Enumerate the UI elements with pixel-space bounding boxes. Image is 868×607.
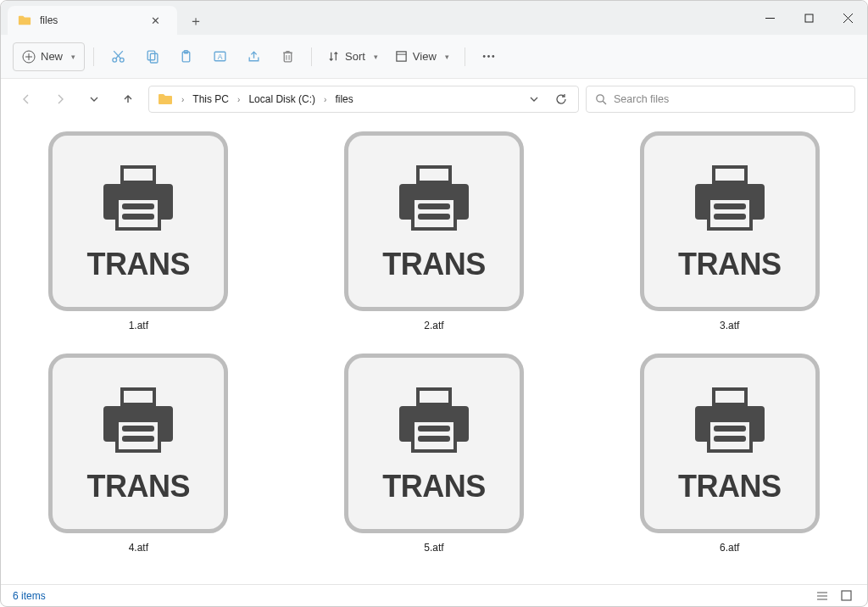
breadcrumb-item[interactable]: This PC xyxy=(189,90,232,109)
file-thumbnail: TRANS xyxy=(48,354,228,533)
file-item[interactable]: TRANS 4.atf xyxy=(48,354,228,554)
tab-close-button[interactable]: ✕ xyxy=(146,13,165,29)
paste-button[interactable] xyxy=(170,42,201,71)
delete-button[interactable] xyxy=(272,42,303,71)
svg-rect-45 xyxy=(715,169,744,181)
svg-rect-71 xyxy=(714,436,746,442)
file-thumbnail: TRANS xyxy=(640,131,820,311)
svg-rect-31 xyxy=(124,169,153,181)
search-box[interactable] xyxy=(586,86,855,113)
up-button[interactable] xyxy=(114,86,142,113)
file-name-label: 2.atf xyxy=(424,320,443,331)
file-icon-label: TRANS xyxy=(382,469,486,504)
file-icon-label: TRANS xyxy=(382,247,486,282)
sort-button[interactable]: Sort ▾ xyxy=(320,42,385,71)
svg-rect-23 xyxy=(397,52,406,61)
svg-rect-18 xyxy=(284,53,292,62)
file-name-label: 1.atf xyxy=(129,320,148,331)
view-label: View xyxy=(413,50,437,63)
file-thumbnail: TRANS xyxy=(48,131,228,311)
file-icon-label: TRANS xyxy=(87,469,191,504)
svg-text:A: A xyxy=(217,53,222,61)
svg-rect-38 xyxy=(420,169,448,181)
tab[interactable]: files ✕ xyxy=(8,6,177,35)
breadcrumb-item[interactable]: Local Disk (C:) xyxy=(245,90,319,109)
back-button[interactable] xyxy=(13,86,40,113)
file-thumbnail: TRANS xyxy=(344,131,524,311)
minimize-button[interactable] xyxy=(750,4,789,31)
search-icon xyxy=(595,93,607,105)
svg-rect-63 xyxy=(418,426,450,432)
svg-rect-50 xyxy=(714,214,746,220)
maximize-button[interactable] xyxy=(789,4,828,31)
svg-rect-59 xyxy=(420,391,448,403)
file-thumbnail: TRANS xyxy=(344,354,524,533)
refresh-button[interactable] xyxy=(549,87,573,111)
view-button[interactable]: View ▾ xyxy=(388,42,456,71)
files-grid: TRANS 1.atf TRANS 2.atf TRANS 3.atf xyxy=(16,131,852,554)
recent-locations-button[interactable] xyxy=(81,86,108,113)
tab-title: files xyxy=(40,14,137,26)
new-button[interactable]: New ▾ xyxy=(13,42,85,71)
svg-rect-66 xyxy=(715,391,744,403)
svg-rect-70 xyxy=(714,426,746,432)
toolbar-separator xyxy=(311,47,312,66)
address-dropdown-button[interactable] xyxy=(522,87,546,111)
details-view-button[interactable] xyxy=(813,588,832,604)
chevron-right-icon: › xyxy=(322,95,328,104)
svg-rect-64 xyxy=(418,436,450,442)
new-button-label: New xyxy=(41,50,63,63)
folder-icon xyxy=(158,92,173,106)
share-button[interactable] xyxy=(238,42,269,71)
chevron-right-icon: › xyxy=(236,95,242,104)
file-name-label: 3.atf xyxy=(720,320,739,331)
svg-rect-52 xyxy=(124,391,153,403)
svg-point-25 xyxy=(483,55,486,58)
svg-rect-1 xyxy=(805,14,813,22)
rename-button[interactable]: A xyxy=(204,42,235,71)
breadcrumb-item[interactable]: files xyxy=(331,90,356,109)
toolbar: New ▾ A Sort ▾ View ▾ xyxy=(1,35,867,79)
svg-rect-42 xyxy=(418,203,450,209)
sort-label: Sort xyxy=(345,50,365,63)
forward-button[interactable] xyxy=(47,86,74,113)
folder-icon xyxy=(18,14,31,26)
address-bar[interactable]: › This PC › Local Disk (C:) › files xyxy=(148,86,579,113)
file-item[interactable]: TRANS 2.atf xyxy=(344,131,524,331)
file-item[interactable]: TRANS 5.atf xyxy=(344,354,524,554)
title-bar: files ✕ ＋ xyxy=(1,1,867,35)
svg-rect-56 xyxy=(122,426,154,432)
svg-rect-57 xyxy=(122,436,154,442)
file-name-label: 5.atf xyxy=(424,542,443,554)
address-row: › This PC › Local Disk (C:) › files xyxy=(1,79,867,120)
copy-button[interactable] xyxy=(136,42,167,71)
svg-rect-11 xyxy=(147,51,155,60)
file-icon-label: TRANS xyxy=(678,469,782,504)
plus-circle-icon xyxy=(22,50,36,64)
file-name-label: 6.atf xyxy=(720,542,739,554)
status-bar: 6 items xyxy=(1,584,867,606)
file-item[interactable]: TRANS 1.atf xyxy=(48,131,228,331)
cut-button[interactable] xyxy=(103,42,133,71)
svg-rect-75 xyxy=(842,591,851,600)
file-name-label: 4.atf xyxy=(129,542,148,554)
search-input[interactable] xyxy=(614,93,846,105)
svg-point-28 xyxy=(597,95,604,102)
svg-rect-12 xyxy=(150,53,158,63)
new-tab-button[interactable]: ＋ xyxy=(184,9,208,33)
svg-rect-43 xyxy=(418,214,450,220)
toolbar-separator xyxy=(465,47,465,66)
more-options-button[interactable] xyxy=(474,42,504,71)
svg-line-29 xyxy=(603,101,606,104)
files-area: TRANS 1.atf TRANS 2.atf TRANS 3.atf xyxy=(1,120,867,584)
window-controls xyxy=(750,1,867,35)
file-item[interactable]: TRANS 6.atf xyxy=(640,354,820,554)
file-icon-label: TRANS xyxy=(87,247,191,282)
view-icon xyxy=(395,50,408,63)
file-item[interactable]: TRANS 3.atf xyxy=(640,131,820,331)
thumbnails-view-button[interactable] xyxy=(837,588,855,604)
svg-rect-35 xyxy=(122,203,154,209)
close-window-button[interactable] xyxy=(828,4,867,31)
toolbar-separator xyxy=(93,47,94,66)
svg-rect-36 xyxy=(122,214,154,220)
